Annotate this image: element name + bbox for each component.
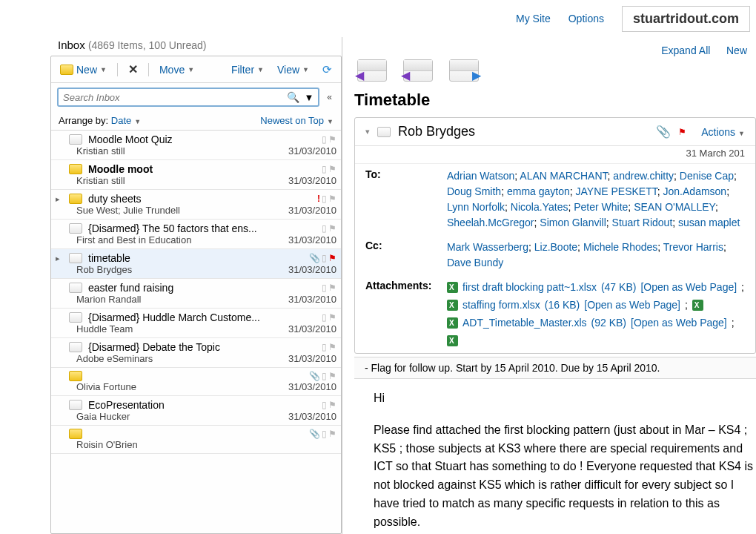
message-row[interactable]: Moodle moot▯⚑Kristian still31/03/2010 bbox=[51, 160, 341, 190]
recipient-link[interactable]: Nicola.Yates bbox=[511, 201, 568, 213]
expand-all-link[interactable]: Expand All bbox=[661, 44, 710, 56]
message-list[interactable]: Moodle Moot Quiz▯⚑Kristian still31/03/20… bbox=[51, 131, 341, 533]
recipient-link[interactable]: ALAN MARCHANT bbox=[520, 170, 607, 182]
recipient-link[interactable]: Simon Glanvill bbox=[540, 217, 606, 228]
category-icon[interactable]: ▯ bbox=[322, 164, 327, 174]
flag-icon[interactable]: ⚑ bbox=[328, 342, 336, 352]
flag-icon[interactable]: ⚑ bbox=[328, 194, 336, 204]
collapse-message-icon[interactable]: ▾ bbox=[365, 127, 370, 136]
attachment-item: ADT_Timetable_Master.xls (92 KB) [Open a… bbox=[447, 315, 745, 346]
excel-icon bbox=[447, 335, 458, 346]
attachment-link[interactable]: ADT_Timetable_Master.xls bbox=[462, 315, 587, 331]
thread-expand-icon[interactable]: ▸ bbox=[56, 254, 63, 263]
recipient-link[interactable]: Liz.Boote bbox=[534, 241, 577, 253]
brand-box: stuartridout.com bbox=[622, 6, 750, 32]
message-row[interactable]: easter fund raising▯⚑Marion Randall31/03… bbox=[51, 279, 341, 309]
category-icon[interactable]: ▯ bbox=[322, 342, 327, 352]
recipient-link[interactable]: Doug Smith bbox=[447, 185, 501, 197]
flag-icon[interactable]: ⚑ bbox=[328, 371, 336, 381]
arrange-by-button[interactable]: Date▼ bbox=[111, 115, 141, 126]
flag-icon[interactable]: ⚑ bbox=[328, 223, 336, 234]
flag-icon[interactable]: ⚑ bbox=[328, 429, 336, 439]
recipient-link[interactable]: Mark Wasserberg bbox=[447, 241, 528, 253]
recipient-link[interactable]: Michele Rhodes bbox=[583, 241, 657, 253]
recipient-link[interactable]: emma gayton bbox=[507, 185, 570, 197]
flag-icon[interactable]: ⚑ bbox=[328, 312, 336, 323]
message-date: 31/03/2010 bbox=[288, 294, 336, 305]
category-icon[interactable]: ▯ bbox=[322, 194, 327, 204]
reply-button[interactable]: ◀ bbox=[357, 59, 387, 82]
flag-icon[interactable]: ⚑ bbox=[328, 134, 336, 145]
message-from: Olivia Fortune bbox=[76, 381, 288, 392]
view-label: View bbox=[277, 64, 299, 76]
recipient-link[interactable]: Lynn Norfolk bbox=[447, 201, 505, 213]
view-button[interactable]: View ▼ bbox=[274, 62, 312, 77]
thread-expand-icon[interactable]: ▸ bbox=[56, 194, 63, 204]
open-as-webpage-link[interactable]: [Open as Web Page] bbox=[640, 280, 737, 295]
flag-icon[interactable]: ⚑ bbox=[328, 253, 336, 263]
reply-all-button[interactable]: ◀ bbox=[403, 59, 433, 82]
recipient-link[interactable]: Dave Bundy bbox=[447, 257, 503, 268]
actions-menu[interactable]: Actions▼ bbox=[701, 126, 745, 138]
recipient-link[interactable]: Jon.Adamson bbox=[663, 185, 727, 197]
search-icon[interactable]: 🔍 bbox=[287, 91, 299, 103]
recipient-link[interactable]: Adrian Watson bbox=[447, 170, 514, 182]
collapse-toggle[interactable]: « bbox=[324, 92, 335, 102]
move-button[interactable]: Move ▼ bbox=[156, 62, 197, 77]
sort-order-button[interactable]: Newest on Top▼ bbox=[260, 115, 334, 126]
recipient-link[interactable]: Denise Cap bbox=[680, 170, 734, 182]
search-box[interactable]: 🔍 ▼ bbox=[57, 88, 319, 107]
category-icon[interactable]: ▯ bbox=[322, 283, 327, 293]
message-row[interactable]: {Disarmed} Huddle March Custome...▯⚑Hudd… bbox=[51, 309, 341, 338]
recipient-link[interactable]: susan maplet bbox=[678, 217, 740, 228]
attachment-link[interactable]: first draft blocking patt~1.xlsx bbox=[462, 280, 597, 295]
flag-icon[interactable]: ⚑ bbox=[328, 283, 336, 293]
to-recipients: Adrian Watson; ALAN MARCHANT; andrew.chi… bbox=[447, 168, 745, 231]
new-button[interactable]: New ▼ bbox=[57, 62, 110, 77]
recipient-link[interactable]: Trevor Harris bbox=[663, 241, 723, 253]
category-icon[interactable]: ▯ bbox=[322, 400, 327, 410]
delete-button[interactable]: ✕ bbox=[125, 61, 141, 78]
mysite-link[interactable]: My Site bbox=[516, 13, 551, 24]
category-icon[interactable]: ▯ bbox=[322, 134, 327, 145]
search-input[interactable] bbox=[63, 92, 287, 103]
options-link[interactable]: Options bbox=[568, 13, 604, 24]
category-icon[interactable]: ▯ bbox=[322, 429, 327, 439]
recipient-link[interactable]: andrew.chitty bbox=[613, 170, 674, 182]
message-row[interactable]: 📎▯⚑Olivia Fortune31/03/2010 bbox=[51, 368, 341, 396]
message-row[interactable]: EcoPresentation▯⚑Gaia Hucker31/03/2010 bbox=[51, 396, 341, 426]
message-row[interactable]: ▸duty sheets!▯⚑Sue West; Julie Trundell3… bbox=[51, 190, 341, 220]
flag-icon[interactable]: ⚑ bbox=[328, 164, 336, 174]
recipient-link[interactable]: Stuart Ridout bbox=[612, 217, 673, 228]
message-row[interactable]: ▸timetable📎▯⚑Rob Brydges31/03/2010 bbox=[51, 249, 341, 279]
recipient-link[interactable]: SEAN O'MALLEY bbox=[634, 201, 715, 213]
category-icon[interactable]: ▯ bbox=[322, 253, 327, 263]
search-scope-dropdown[interactable]: ▼ bbox=[304, 92, 314, 103]
recipient-link[interactable]: Peter White bbox=[574, 201, 628, 213]
forward-button[interactable]: ▶ bbox=[449, 59, 479, 82]
open-as-webpage-link[interactable]: [Open as Web Page] bbox=[584, 297, 680, 313]
arrange-label: Arrange by: bbox=[59, 115, 108, 126]
recipient-link[interactable]: Sheelah.McGregor bbox=[447, 217, 534, 228]
envelope-icon bbox=[377, 127, 391, 137]
message-row[interactable]: 📎▯⚑Roisin O'Brien bbox=[51, 426, 341, 454]
filter-button[interactable]: Filter ▼ bbox=[228, 62, 267, 77]
message-from: Adobe eSeminars bbox=[76, 353, 288, 364]
attachment-link[interactable]: staffing form.xlsx bbox=[462, 297, 540, 313]
category-icon[interactable]: ▯ bbox=[322, 223, 327, 234]
attachment-icon: 📎 bbox=[309, 371, 320, 381]
category-icon[interactable]: ▯ bbox=[322, 312, 327, 323]
refresh-button[interactable]: ⟳ bbox=[319, 62, 335, 78]
flag-icon[interactable]: ⚑ bbox=[328, 400, 336, 410]
envelope-icon bbox=[69, 253, 82, 263]
newest-link[interactable]: New bbox=[726, 44, 747, 56]
message-row[interactable]: {Disarmed} Debate the Topic▯⚑Adobe eSemi… bbox=[51, 338, 341, 368]
message-row[interactable]: Moodle Moot Quiz▯⚑Kristian still31/03/20… bbox=[51, 131, 341, 160]
attachment-item: first draft blocking patt~1.xlsx (47 KB)… bbox=[447, 280, 745, 295]
recipient-link[interactable]: JAYNE PESKETT bbox=[576, 185, 657, 197]
open-as-webpage-link[interactable]: [Open as Web Page] bbox=[631, 315, 727, 331]
message-subject: {Disarmed} The 50 factors that ens... bbox=[88, 222, 316, 234]
category-icon[interactable]: ▯ bbox=[322, 371, 327, 381]
flag-icon[interactable]: ⚑ bbox=[678, 127, 686, 137]
message-row[interactable]: {Disarmed} The 50 factors that ens...▯⚑F… bbox=[51, 220, 341, 249]
